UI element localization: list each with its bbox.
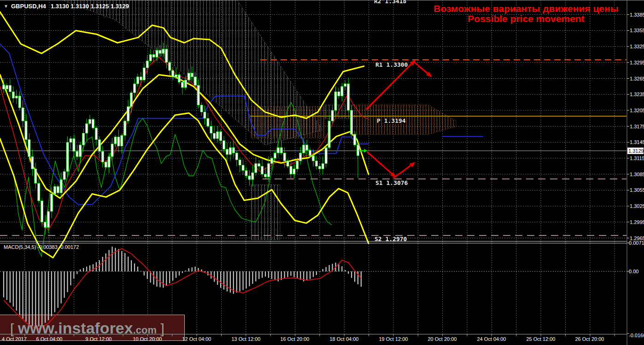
candle-body <box>322 164 324 169</box>
candle-body <box>217 132 219 138</box>
candle-body <box>95 128 97 139</box>
candle-body <box>3 85 5 89</box>
time-axis-label: 20 Oct 20:00 <box>428 336 457 342</box>
candle-body <box>149 54 152 61</box>
price-axis-label: 1.3175 <box>630 124 644 129</box>
time-axis-label: 25 Oct 12:00 <box>527 336 556 342</box>
candle-body <box>331 110 334 121</box>
price-axis-label: 1.3325 <box>630 44 644 49</box>
symbol-dropdown-icon[interactable]: ▼ <box>4 4 8 9</box>
candle-body <box>134 84 136 93</box>
candle-body <box>121 135 123 146</box>
candle-body <box>60 179 62 193</box>
chart-title-symbol: GBPUSD,H4 <box>11 3 47 10</box>
candle-body <box>9 86 11 92</box>
price-axis-label: 1.3055 <box>630 187 644 193</box>
annotation-text-ru: Возможные варианты движения цены <box>433 3 618 14</box>
macd-indicator-label: MACD(5,34,5) -0.00383 -0.00172 <box>4 244 79 250</box>
candle-body <box>44 222 47 228</box>
candle-body <box>73 138 75 151</box>
candle-body <box>226 149 228 155</box>
candle-body <box>184 80 187 87</box>
candle-body <box>293 169 295 174</box>
candle-body <box>159 50 161 53</box>
annotation-text-en: Possible price movement <box>468 13 584 24</box>
candle-body <box>309 150 311 156</box>
time-axis-label: 13 Oct 12:00 <box>232 336 261 342</box>
macd-axis-label: -0.01607 <box>629 333 644 338</box>
candle-body <box>136 77 139 84</box>
candle-body <box>15 96 18 98</box>
candle-body <box>79 145 82 156</box>
time-axis-label: 9 Oct 12:00 <box>86 336 112 342</box>
candle-body <box>296 161 299 169</box>
price-axis-label: 1.3205 <box>630 108 644 113</box>
candle-body <box>315 161 317 167</box>
candle-body <box>92 120 94 128</box>
price-axis-label: 1.3385 <box>630 12 644 17</box>
time-axis-label: 24 Oct 04:00 <box>477 336 506 342</box>
candle-body <box>220 132 222 141</box>
candle-body <box>191 73 193 77</box>
candle-body <box>38 183 40 201</box>
candle-body <box>258 164 260 167</box>
candle-body <box>280 148 282 153</box>
candle-body <box>334 92 337 110</box>
candle-body <box>318 166 321 169</box>
candle-body <box>82 133 85 145</box>
candle-body <box>248 176 251 179</box>
candle-body <box>86 124 88 133</box>
candle-body <box>264 174 267 177</box>
watermark-bracket-right: ] <box>157 321 164 336</box>
candle-body <box>162 49 164 53</box>
time-axis-label: 4 Oct 2017 <box>2 336 27 342</box>
candle-body <box>194 77 196 86</box>
candle-body <box>47 212 49 228</box>
candle-body <box>341 86 343 96</box>
candle-body <box>114 137 117 144</box>
candle-body <box>245 171 247 176</box>
candle-body <box>76 151 78 157</box>
candle-body <box>290 166 292 174</box>
candle-body <box>303 145 305 153</box>
price-axis-label: 1.3265 <box>630 76 644 81</box>
candle-body <box>274 153 276 158</box>
candle-body <box>53 186 56 194</box>
candle-body <box>101 151 104 162</box>
time-axis-label: 10 Oct 20:00 <box>133 336 162 342</box>
candle-body <box>351 110 353 134</box>
macd-axis-label: 0.00 <box>629 269 638 274</box>
candle-body <box>344 84 346 86</box>
chart-svg: R2 1.3418R1 1.3300P 1.3194S1 1.3076S2 1.… <box>0 0 644 345</box>
price-axis-label: 1.2995 <box>630 219 644 225</box>
candle-body <box>63 172 65 179</box>
candle-body <box>178 75 181 82</box>
candle-body <box>357 145 359 155</box>
watermark-main: www.instaforex <box>18 319 133 337</box>
candle-body <box>22 108 24 121</box>
price-axis-label: 1.3355 <box>630 28 644 33</box>
candle-body <box>111 144 113 157</box>
watermark-tld: .com <box>133 324 157 336</box>
candle-body <box>41 201 43 222</box>
candle-body <box>127 107 129 121</box>
candle-body <box>277 148 279 153</box>
time-axis-label: 19 Oct 12:00 <box>379 336 408 342</box>
candle-body <box>239 160 241 165</box>
candle-body <box>210 126 212 133</box>
candle-body <box>252 172 254 179</box>
candle-body <box>232 148 234 153</box>
candle-body <box>207 118 209 126</box>
candle-body <box>108 157 110 167</box>
price-axis-label: 1.3235 <box>630 92 644 97</box>
mt4-chart-window: R2 1.3418R1 1.3300P 1.3194S1 1.3076S2 1.… <box>0 0 644 345</box>
candle-body <box>35 169 37 183</box>
candle-body <box>140 77 142 80</box>
kumo-hatch-mid <box>251 107 325 138</box>
candle-body <box>105 162 107 167</box>
candle-body <box>338 92 340 96</box>
price-axis-label: 1.3085 <box>630 172 644 177</box>
candle-body <box>6 86 8 89</box>
candle-body <box>31 157 34 169</box>
price-axis-label: 1.3025 <box>630 203 644 209</box>
